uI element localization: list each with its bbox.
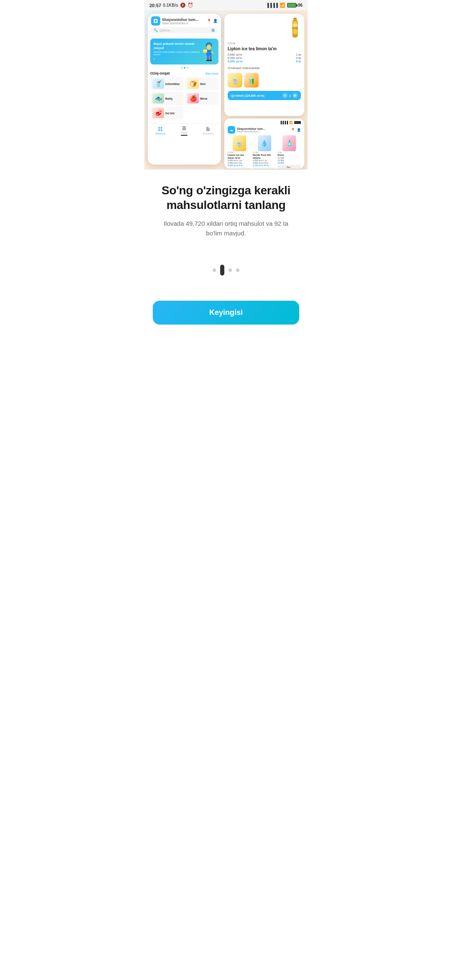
mini-savatchaga-3[interactable]: Sav... [277,165,301,169]
mini-savatchaga-1[interactable]: Savatchaga [228,168,251,169]
main-subtitle: Ilovada 49,720 xildan ortiq mahsulot va … [163,219,289,238]
promo-title: Bepul yetkazib berish xizmati mavjud [154,42,202,49]
next-button[interactable]: Keyingisi [153,301,299,325]
search-placeholder: Qidiruv... [159,28,172,32]
profile-icon: 👤 [213,19,218,23]
promo-banner: Bepul yetkazib berish xizmati mavjud Bar… [150,39,218,64]
bottom-phone-card: ▐▐▐▐ 📶 ☁ Shayxontohur tum... Taras shevc… [224,119,304,169]
left-phone-mockup: Shayxontohur tum... Taras shevchenko k..… [148,14,221,165]
store-icon [151,16,160,26]
mini-store-icon: ☁ [228,126,235,134]
product-detail-card: LIPTON 0,5 litr Lipton ice tea limon ta'… [224,14,304,116]
similar-title: O'xshash mahsulotlar [228,66,301,70]
search-bar[interactable]: 🔍 Qidiruv... ⚙️ [151,27,218,34]
meva-image: 🍎 [187,93,199,103]
svg-point-11 [209,59,212,61]
svg-point-2 [207,44,211,50]
page-dot-1[interactable] [213,268,216,272]
mini-wifi: 📶 [289,121,293,124]
buyurtma-label: Buyurtma [203,132,213,135]
mini-status-bar: ▐▐▐▐ 📶 [228,121,301,124]
mini-product-2: 💧 1,5 litr Nestle Pure life oilaviy 4,55… [253,135,276,169]
gosht-image: 🥩 [152,108,164,118]
status-speed: 0.1KB/s [163,3,178,8]
mini-product-3-name: Dena [277,154,301,157]
mini-store-info: Shayxontohur tum... Taras shevchenko k..… [237,127,289,133]
status-bar: 20:57 0.1KB/s 🔕 ⏰ ▐▐▐▐ 📶 96 [144,0,308,10]
page-dot-2[interactable] [220,265,224,276]
mini-product-3: 🧴 1 litr Dena 12,500 11,900 10,850 Sav..… [277,135,301,169]
category-non[interactable]: 🍞 Non [185,77,218,90]
barchasi-link[interactable]: Barchasi [205,72,218,75]
product-name: Lipton ice tea limon ta'm [228,46,301,52]
price-3: 8,900 so'm [228,60,243,63]
promo-subtitle: Barcha mahsulotlar uchun bepul yetkazib … [154,51,202,56]
mini-product-3-p3: 10,850 [277,162,301,164]
meva-img-bg: 🍎 [187,93,199,103]
categories-grid-2: 🥩 Go'sht [150,106,218,120]
mini-store-addr: Taras shevchenko k... [237,130,289,133]
active-indicator [181,135,187,136]
category-gosht[interactable]: 🥩 Go'sht [150,106,184,120]
qty-increase[interactable]: + [293,93,298,98]
promo-text-area: Bepul yetkazib berish xizmati mavjud Bar… [154,42,202,61]
ichimliklar-label: Ichimliklar [165,83,180,85]
lipton-bottle-icon: LIPTON [289,17,301,40]
mini-product-2-p3: 3,750 so'm 30 ta [253,164,276,167]
price-1: 9,990 so'm [228,53,242,56]
page-dot-3[interactable] [229,268,232,272]
promo-arrow: › [154,57,202,61]
status-right: ▐▐▐▐ 📶 96 [266,3,303,8]
svg-rect-20 [293,24,297,26]
main-title: So'ng o'zingizga kerakli mahsulotlarni t… [154,183,298,212]
alarm-icon: ⏰ [187,3,193,8]
meva-label: Meva [200,97,208,100]
mini-product-1-p3: 8,900 so'm 6 ta [228,164,251,167]
left-phone-header: Shayxontohur tum... Taras shevchenko k..… [148,14,221,37]
mini-battery [294,121,301,124]
mini-signal: ▐▐▐▐ [280,121,288,124]
search-icon: 🔍 [154,28,158,32]
svg-line-7 [212,52,213,53]
gosht-img-bg: 🥩 [152,108,164,118]
nav-savat[interactable]: Savat [181,125,187,136]
bottom-nav: Mahsulot Savat Buyurtma [148,123,221,137]
add-to-cart-button[interactable]: Qo'shish (129,800 so'm) − 1 + [228,91,301,100]
battery-level: 96 [298,3,303,8]
category-ichimliklar[interactable]: 🥤 Ichimliklar [150,77,184,90]
price-2: 9,350 so'm [228,57,242,59]
banner-dots [148,66,221,70]
price-row-1: 9,990 so'm 1 ta [228,53,301,56]
oziq-ovqat-title: Oziq-ovqat [150,71,170,75]
mini-product-2-name: Nestle Pure life oilaviy [253,154,276,159]
mini-store-name: Shayxontohur tum... [237,127,289,130]
baliq-image: 🐟 [152,93,164,103]
mahsulot-label: Mahsulot [155,132,165,135]
location-icon: 📍 [207,19,211,23]
svg-rect-14 [159,129,160,131]
dot-3 [187,67,188,69]
mahsulot-icon [157,126,163,132]
signal-icon: ▐▐▐▐ [266,3,278,8]
similar-product-2: 🧃 [244,73,259,88]
product-volume: 0,5 litr [228,42,301,45]
qty-decrease[interactable]: − [282,93,288,98]
page-dot-4[interactable] [236,268,239,272]
non-image: 🍞 [187,79,199,89]
mini-products: 🍵 0,5 litr Lipton ice tea limon ta'm 9,9… [228,135,301,169]
mini-store-header: ☁ Shayxontohur tum... Taras shevchenko k… [228,126,301,134]
mute-icon: 🔕 [180,3,186,8]
category-meva[interactable]: 🍎 Meva [185,92,218,105]
price-row-2: 9,350 so'm 3 ta [228,57,301,59]
category-baliq[interactable]: 🐟 Baliq [150,92,184,105]
nav-buyurtma[interactable]: Buyurtma [203,126,213,135]
non-label: Non [200,83,206,85]
nav-mahsulot[interactable]: Mahsulot [155,126,165,135]
similar-products: 🍵 🧃 [228,73,301,88]
mini-savatchaga-2[interactable]: Savatchaga [253,168,276,169]
screenshots-area: Shayxontohur tum... Taras shevchenko k..… [144,10,308,170]
status-time: 20:57 [149,3,161,8]
mini-profile-icon: 👤 [297,128,301,132]
add-btn-label: Qo'shish (129,800 so'm) [231,94,265,97]
mini-product-1-name: Lipton ice tea limon ta'm [228,154,251,159]
